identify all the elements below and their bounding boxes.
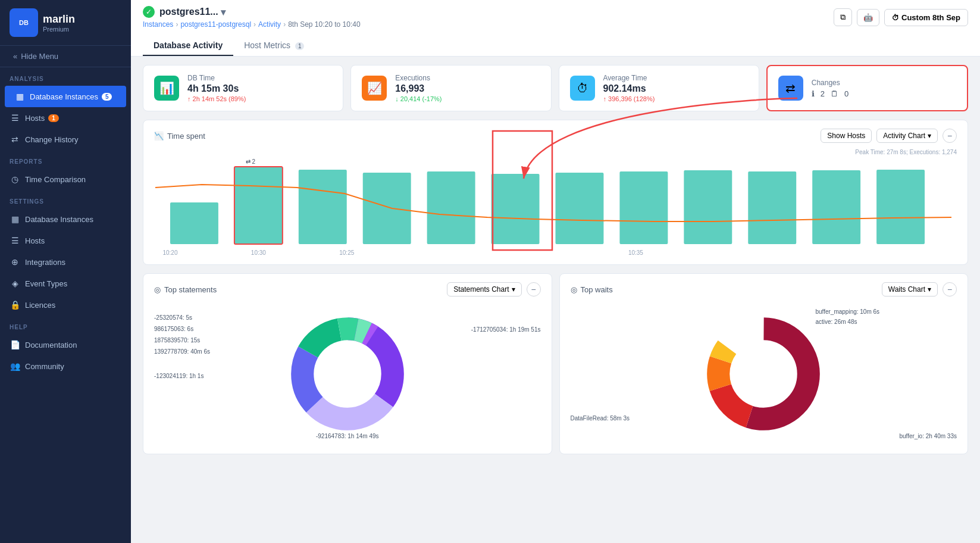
time-chart-controls: Show Hosts Activity Chart ▾ − <box>821 129 957 143</box>
logo-tier: Premium <box>43 26 75 33</box>
sidebar-item-label: Integrations <box>25 258 65 267</box>
svg-rect-5 <box>491 174 540 244</box>
avg-time-label: Average Time <box>603 74 748 82</box>
svg-rect-7 <box>619 171 668 244</box>
metric-card-executions: 📈 Executions 16,993 ↓ 20,414 (-17%) <box>350 65 551 111</box>
tab-database-activity[interactable]: Database Activity <box>143 36 233 56</box>
breadcrumb: Instances › postgres11-postgresql › Acti… <box>143 20 361 29</box>
instance-name: postgres11... <box>159 7 218 17</box>
sidebar-item-time-comparison[interactable]: ◷ Time Comparison <box>0 168 131 190</box>
verified-icon: ✓ <box>143 6 155 18</box>
top-statements-title: ◎ Top statements <box>154 285 217 294</box>
svg-rect-8 <box>684 170 732 244</box>
custom-date-button[interactable]: ⏱ Custom 8th Sep <box>884 9 968 26</box>
sidebar-item-settings-db-instances[interactable]: ▦ Database Instances <box>0 208 131 230</box>
statements-chart-button[interactable]: Statements Chart ▾ <box>447 282 521 297</box>
sidebar-item-label: Hosts <box>25 114 45 123</box>
breadcrumb-instances[interactable]: Instances <box>143 20 173 29</box>
main-area: ✓ postgres11... ▾ Instances › postgres11… <box>131 0 980 543</box>
time-chart-title: 📉 Time spent <box>154 132 205 141</box>
statements-label-right: -1712705034: 1h 19m 51s <box>471 326 541 333</box>
db-time-change: ↑ 2h 14m 52s (89%) <box>187 95 332 102</box>
avg-time-icon: ⏱ <box>570 76 595 101</box>
svg-rect-11 <box>876 170 925 244</box>
sidebar-item-label: Change History <box>25 135 79 144</box>
hide-menu-button[interactable]: « Hide Menu <box>0 46 131 67</box>
svg-rect-1 <box>234 167 283 244</box>
instance-chevron-icon: ▾ <box>221 7 226 18</box>
executions-icon: 📈 <box>362 76 387 101</box>
wait-label-datafileread: DataFileRead: 58m 3s <box>571 415 630 422</box>
time-chart-collapse-button[interactable]: − <box>943 129 957 143</box>
db-time-value: 4h 15m 30s <box>187 83 332 94</box>
avg-time-change: ↑ 396,396 (128%) <box>603 95 748 102</box>
hosts-icon: ☰ <box>10 113 20 123</box>
logo-brand: marlin <box>43 13 75 26</box>
top-statements-panel: ◎ Top statements Statements Chart ▾ − -2… <box>143 273 552 454</box>
time-comparison-icon: ◷ <box>10 174 20 185</box>
top-statements-label: Top statements <box>164 285 217 294</box>
robot-button[interactable]: 🤖 <box>857 9 879 26</box>
community-icon: 👥 <box>10 361 20 372</box>
activity-chart-button[interactable]: Activity Chart ▾ <box>876 129 938 143</box>
sidebar-item-integrations[interactable]: ⊕ Integrations <box>0 251 131 273</box>
executions-label: Executions <box>395 74 540 82</box>
svg-text:10:20: 10:20 <box>162 249 177 256</box>
changes-detail: ℹ 2 🗒 0 <box>812 89 956 98</box>
svg-rect-9 <box>748 171 796 244</box>
sidebar-item-settings-hosts[interactable]: ☰ Hosts <box>0 230 131 251</box>
top-waits-title: ◎ Top waits <box>571 285 613 294</box>
sidebar: DB marlin Premium « Hide Menu ANALYSIS ▦… <box>0 0 131 543</box>
svg-rect-0 <box>170 202 218 244</box>
time-chart-title-label: Time spent <box>167 132 205 141</box>
breadcrumb-activity[interactable]: Activity <box>258 20 281 29</box>
documentation-icon: 📄 <box>10 339 20 350</box>
tab-host-metrics[interactable]: Host Metrics 1 <box>233 36 315 56</box>
statement-label-4: 1392778709: 40m 6s <box>154 348 210 355</box>
wait-label-active: active: 26m 48s <box>815 319 879 325</box>
waits-collapse-button[interactable]: − <box>943 282 957 297</box>
metric-card-avg-time: ⏱ Average Time 902.14ms ↑ 396,396 (128%) <box>559 65 759 111</box>
show-hosts-button[interactable]: Show Hosts <box>821 129 872 143</box>
sidebar-item-hosts[interactable]: ☰ Hosts 1 <box>0 107 131 129</box>
svg-text:10:30: 10:30 <box>251 249 266 256</box>
tab-label: Host Metrics <box>244 40 290 50</box>
wait-label-buffer-mapping: buffer_mapping: 10m 6s <box>815 308 879 315</box>
top-waits-controls: Waits Chart ▾ − <box>882 282 957 297</box>
waits-chart-button[interactable]: Waits Chart ▾ <box>882 282 938 297</box>
logo: DB marlin Premium <box>0 0 131 46</box>
db-time-label: DB Time <box>187 74 332 82</box>
host-metrics-badge: 1 <box>295 42 305 50</box>
sidebar-item-event-types[interactable]: ◈ Event Types <box>0 273 131 294</box>
statement-label-2: 986175063: 6s <box>154 326 210 332</box>
tabs: Database Activity Host Metrics 1 <box>143 32 968 56</box>
sidebar-item-change-history[interactable]: ⇄ Change History <box>0 129 131 150</box>
help-section-label: HELP <box>0 316 131 334</box>
svg-rect-10 <box>812 170 860 244</box>
sidebar-item-label: Hosts <box>25 236 45 245</box>
statements-chevron-icon: ▾ <box>512 285 515 294</box>
change-history-icon: ⇄ <box>10 134 20 145</box>
svg-text:10:25: 10:25 <box>339 249 354 256</box>
sidebar-item-community[interactable]: 👥 Community <box>0 355 131 377</box>
copy-button[interactable]: ⧉ <box>834 8 852 26</box>
instance-selector[interactable]: postgres11... ▾ <box>159 7 226 18</box>
hosts-badge: 1 <box>48 114 59 122</box>
changes-label: Changes <box>812 79 956 87</box>
statements-collapse-button[interactable]: − <box>527 282 541 297</box>
header-actions: ⧉ 🤖 ⏱ Custom 8th Sep <box>834 8 968 26</box>
settings-hosts-icon: ☰ <box>10 235 20 246</box>
sidebar-item-database-instances[interactable]: ▦ Database Instances 5 <box>5 86 126 107</box>
sidebar-item-documentation[interactable]: 📄 Documentation <box>0 334 131 355</box>
statement-label-6: -1712705034: 1h 19m 51s <box>471 326 541 333</box>
sidebar-item-licences[interactable]: 🔒 Licences <box>0 294 131 316</box>
waits-donut-svg <box>704 314 823 433</box>
breadcrumb-time-range: 8th Sep 10:20 to 10:40 <box>288 20 360 29</box>
statements-donut-svg <box>288 314 407 433</box>
statements-labels-left: -25320574: 5s 986175063: 6s 1875839570: … <box>154 314 210 379</box>
changes-count: 2 <box>821 89 825 98</box>
svg-rect-3 <box>363 173 411 244</box>
breadcrumb-instance[interactable]: postgres11-postgresql <box>180 20 251 29</box>
integrations-icon: ⊕ <box>10 257 20 267</box>
metric-card-db-time: 📊 DB Time 4h 15m 30s ↑ 2h 14m 52s (89%) <box>143 65 343 111</box>
